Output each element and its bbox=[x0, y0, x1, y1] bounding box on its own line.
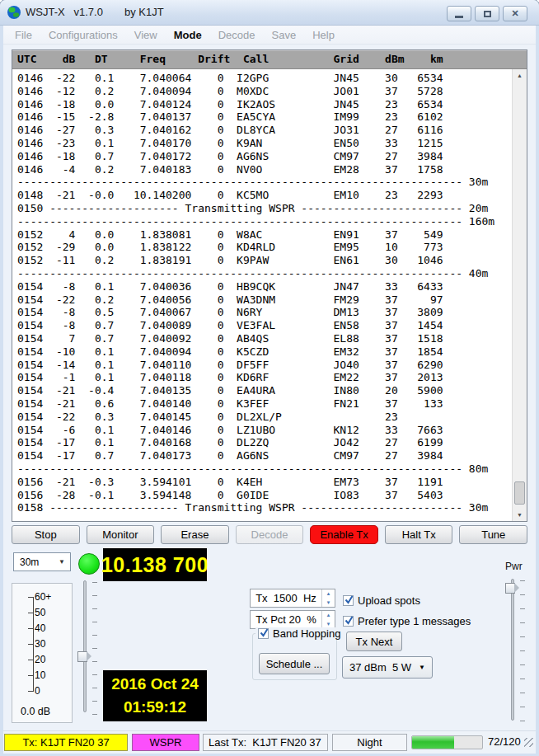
power-select[interactable]: 37 dBm 5 W ▼ bbox=[342, 656, 433, 679]
close-button[interactable]: ✕ bbox=[503, 6, 527, 21]
spinner-down-icon[interactable]: ▼ bbox=[322, 599, 335, 608]
decode-row: 0152 -29 0.0 1.838122 0 KD4RLD EM95 10 7… bbox=[17, 241, 513, 254]
schedule-button[interactable]: Schedule ... bbox=[259, 653, 330, 674]
meter-scale-label: 20 bbox=[35, 654, 45, 665]
scroll-down-icon[interactable]: ▼ bbox=[513, 512, 527, 518]
tx-pct-value: Tx Pct 20 % bbox=[251, 613, 321, 626]
decode-row: 0146 -22 0.1 7.040064 0 I2GPG JN45 30 65… bbox=[17, 72, 513, 85]
upload-spots-checkbox[interactable]: Upload spots bbox=[343, 594, 420, 607]
scroll-thumb[interactable] bbox=[514, 481, 525, 505]
spinner-up-icon[interactable]: ▲ bbox=[322, 611, 335, 620]
maximize-button[interactable] bbox=[475, 6, 499, 21]
monitor-button[interactable]: Monitor bbox=[87, 525, 155, 544]
band-hopping-checkbox[interactable]: Band Hopping bbox=[255, 627, 343, 640]
app-icon bbox=[7, 6, 21, 19]
menu-item-configurations[interactable]: Configurations bbox=[40, 26, 126, 44]
status-tx-label: Tx: K1JT FN20 37 bbox=[4, 734, 128, 751]
frequency-display: 10.138 700 bbox=[103, 548, 207, 581]
tx-progressbar bbox=[411, 735, 483, 749]
titlebar[interactable]: WSJT-X v1.7.0by K1JT ✕ bbox=[0, 0, 539, 26]
decode-row: 0154 -22 0.2 7.040056 0 WA3DNM FM29 37 9… bbox=[17, 293, 513, 307]
stop-button[interactable]: Stop bbox=[12, 525, 80, 544]
menu-item-help[interactable]: Help bbox=[304, 26, 343, 44]
meter-scale-label: 10 bbox=[35, 669, 45, 681]
slider-tick bbox=[92, 595, 97, 596]
gain-slider[interactable] bbox=[77, 580, 100, 717]
meter-scale-label: 60+ bbox=[35, 591, 51, 603]
menu-item-decode[interactable]: Decode bbox=[210, 26, 264, 44]
checkbox-check-icon bbox=[344, 594, 354, 605]
checkbox-check-icon bbox=[259, 627, 270, 638]
decode-row: 0154 -22 0.3 7.040145 0 DL2XL/P 23 bbox=[17, 411, 513, 424]
band-select[interactable]: 30m ▼ bbox=[13, 552, 71, 571]
maximize-icon bbox=[484, 11, 491, 17]
resize-grip[interactable] bbox=[524, 738, 533, 747]
wsjtx-window: WSJT-X v1.7.0by K1JT ✕ FileConfiguration… bbox=[0, 0, 539, 756]
menu-item-mode[interactable]: Mode bbox=[166, 26, 210, 44]
decode-row: 0146 -15 -2.8 7.040137 0 EA5CYA IM99 23 … bbox=[17, 110, 513, 124]
decode-row: 0154 -8 0.7 7.040089 0 VE3FAL EN58 37 14… bbox=[17, 319, 513, 332]
meter-tick bbox=[28, 660, 33, 660]
upload-spots-label: Upload spots bbox=[358, 594, 420, 607]
meter-tick bbox=[28, 613, 33, 613]
halt-tx-button[interactable]: Halt Tx bbox=[385, 525, 453, 544]
gain-slider-ticks bbox=[92, 580, 99, 717]
band-hopping-label: Band Hopping bbox=[273, 627, 340, 640]
slider-tick bbox=[92, 714, 97, 715]
decode-row: 0150 -------------------- Transmitting W… bbox=[17, 202, 513, 215]
enable-tx-button[interactable]: Enable Tx bbox=[310, 525, 378, 544]
pwr-slider[interactable] bbox=[504, 579, 527, 725]
menu-item-file[interactable]: File bbox=[7, 26, 40, 44]
slider-tick bbox=[92, 674, 97, 675]
decode-row: 0154 -21 -0.4 7.040135 0 EA4URA IN80 20 … bbox=[17, 384, 513, 397]
meter-scale-line bbox=[33, 597, 34, 692]
meter-scale-label: 50 bbox=[35, 607, 45, 618]
menu-item-save[interactable]: Save bbox=[264, 26, 305, 44]
pwr-slider-ticks bbox=[520, 579, 527, 725]
menu-item-view[interactable]: View bbox=[126, 26, 166, 44]
slider-tick bbox=[520, 594, 525, 595]
tx-freq-spinner[interactable]: Tx 1500 Hz ▲▼ bbox=[250, 589, 335, 608]
decode-row: ----------------------------------------… bbox=[17, 463, 513, 476]
meter-value: 0.0 dB bbox=[21, 706, 50, 717]
prefer-type1-checkbox[interactable]: Prefer type 1 messages bbox=[343, 615, 471, 627]
pwr-slider-track[interactable] bbox=[511, 579, 514, 721]
power-value: 37 dBm 5 W bbox=[349, 661, 411, 674]
close-icon: ✕ bbox=[511, 8, 518, 19]
slider-tick bbox=[520, 650, 525, 651]
decode-row: 0154 -17 0.1 7.040168 0 DL2ZQ JO42 27 61… bbox=[17, 436, 513, 449]
table-scrollbar[interactable]: ▲ ▼ bbox=[512, 69, 527, 521]
scroll-up-icon[interactable]: ▲ bbox=[513, 73, 527, 78]
tune-button[interactable]: Tune bbox=[459, 525, 527, 544]
erase-button[interactable]: Erase bbox=[161, 525, 229, 544]
slider-tick bbox=[92, 648, 97, 649]
decode-row: 0158 -------------------- Transmitting W… bbox=[17, 501, 513, 514]
slider-tick bbox=[92, 582, 97, 583]
gain-slider-handle[interactable] bbox=[77, 651, 87, 662]
checkbox-check-icon bbox=[344, 615, 354, 626]
decode-button[interactable]: Decode bbox=[236, 525, 304, 544]
gain-slider-track[interactable] bbox=[83, 580, 87, 712]
slider-tick bbox=[520, 693, 525, 693]
meter-scale-label: 0 bbox=[35, 685, 40, 697]
slider-tick bbox=[520, 721, 525, 721]
minimize-button[interactable] bbox=[447, 6, 471, 21]
spinner-up-icon[interactable]: ▲ bbox=[322, 589, 335, 599]
pwr-slider-handle[interactable] bbox=[505, 583, 515, 594]
slider-tick bbox=[92, 701, 97, 702]
meter-tick bbox=[28, 675, 33, 676]
meter-scale-label: 30 bbox=[35, 638, 45, 650]
clock-display: 2016 Oct 24 01:59:12 bbox=[103, 670, 207, 721]
tx-pct-spinner[interactable]: Tx Pct 20 % ▲▼ bbox=[250, 610, 335, 629]
prefer-type1-label: Prefer type 1 messages bbox=[358, 615, 471, 627]
statusbar: Tx: K1JT FN20 37 WSPR Last Tx: K1JT FN20… bbox=[3, 730, 536, 754]
slider-tick bbox=[92, 635, 97, 636]
decode-row: 0154 -10 0.1 7.040094 0 K5CZD EM32 37 18… bbox=[17, 345, 513, 359]
pwr-label: Pwr bbox=[505, 561, 523, 572]
decode-row: 0152 4 0.0 1.838081 0 W8AC EN91 37 549 bbox=[17, 228, 513, 242]
chevron-down-icon: ▼ bbox=[419, 664, 425, 671]
progress-fill bbox=[412, 736, 454, 749]
slider-tick bbox=[92, 688, 97, 688]
tx-next-button[interactable]: Tx Next bbox=[346, 632, 402, 651]
decode-row: 0154 -17 0.7 7.040173 0 AG6NS CM97 27 39… bbox=[17, 449, 513, 463]
